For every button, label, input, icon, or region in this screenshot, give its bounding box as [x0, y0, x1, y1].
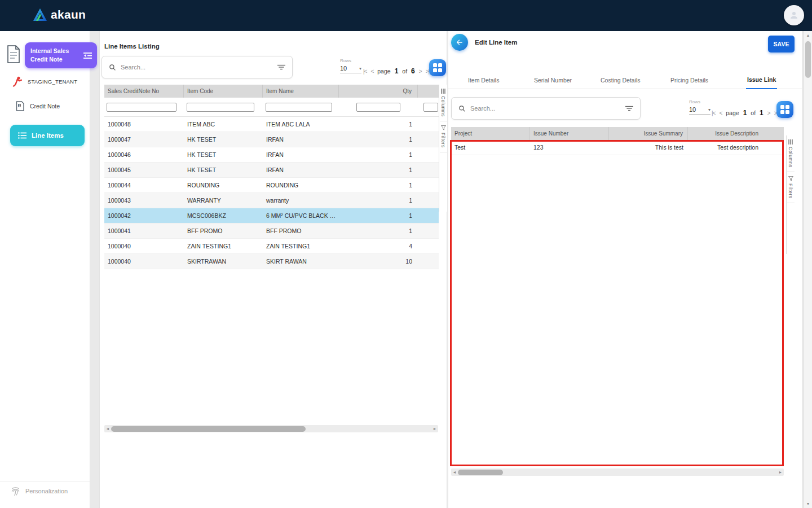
tab-pricing-details[interactable]: Pricing Details: [669, 71, 709, 89]
internal-sales-document-icon: [6, 45, 21, 66]
next-page-button[interactable]: >: [419, 68, 422, 75]
table-row[interactable]: 1000042MCSC006BKZ6 MM² CU/PVC BLACK CABL…: [104, 208, 439, 224]
table-row[interactable]: 1000048ITEM ABCITEM ABC LALA1: [104, 117, 439, 132]
edit-line-item-panel: Edit Line Item SAVE Item Details Serial …: [448, 31, 802, 508]
table-row[interactable]: 1000040SKIRTRAWANSKIRT RAWAN10: [104, 254, 439, 269]
rows-per-page-select[interactable]: 10 ▾: [689, 106, 710, 115]
editor-side-rail: Columns Filters: [786, 135, 795, 254]
editor-horizontal-scrollbar[interactable]: ◄ ►: [451, 468, 784, 476]
sidebar-item-internal-sales-credit-note[interactable]: Internal Sales Credit Note: [25, 42, 97, 68]
filter-list-icon[interactable]: [277, 64, 285, 71]
cell-issue_summary: This is test: [609, 144, 688, 151]
table-row[interactable]: 1000040ZAIN TESTING1ZAIN TESTING14: [104, 239, 439, 254]
scroll-down-icon[interactable]: ▼: [804, 500, 812, 508]
scrollbar-thumb[interactable]: [805, 41, 811, 78]
drag-grip-icon: [441, 89, 445, 94]
table-row[interactable]: 1000046HK TESETIRFAN1: [104, 147, 439, 163]
main-vertical-scrollbar[interactable]: ▲ ▼: [803, 31, 812, 508]
columns-rail-button[interactable]: Columns: [440, 89, 446, 117]
scroll-right-icon[interactable]: ►: [431, 425, 438, 432]
cell-no: 1000041: [104, 227, 184, 234]
first-page-button[interactable]: |<: [712, 110, 715, 116]
table-row[interactable]: 1000044ROUNDINGROUNDING1: [104, 178, 439, 193]
save-button[interactable]: SAVE: [768, 36, 795, 52]
columns-rail-button[interactable]: Columns: [788, 139, 793, 168]
scroll-right-icon[interactable]: ►: [777, 468, 784, 476]
column-filter-input[interactable]: [107, 103, 176, 112]
next-page-button[interactable]: >: [767, 110, 770, 116]
scroll-left-icon[interactable]: ◄: [104, 425, 111, 432]
column-filter-input[interactable]: [187, 103, 254, 112]
table-row[interactable]: 1000043WARRANTYwarranty1: [104, 193, 439, 208]
listing-horizontal-scrollbar[interactable]: ◄ ►: [104, 425, 438, 432]
scroll-left-icon[interactable]: ◄: [451, 468, 458, 476]
issues-table-body: Test123This is testTest description: [451, 140, 784, 155]
rail-divider: [440, 121, 447, 121]
table-row[interactable]: 1000045HK TESETIRFAN1: [104, 163, 439, 178]
listing-filter-row: [104, 98, 439, 117]
cell-code: BFF PROMO: [184, 227, 263, 234]
cell-name: ZAIN TESTING1: [263, 243, 339, 249]
scrollbar-thumb[interactable]: [458, 470, 503, 475]
filter-funnel-icon: [788, 176, 793, 181]
sidebar-item-line-items[interactable]: Line Items: [10, 125, 85, 146]
search-icon: [458, 105, 466, 112]
cell-name: IRFAN: [263, 167, 339, 173]
cell-code: HK TESET: [184, 136, 263, 143]
of-word: of: [402, 68, 407, 75]
editor-title: Edit Line Item: [475, 39, 517, 46]
cell-no: 1000045: [104, 167, 184, 173]
credit-note-label: Credit Note: [30, 103, 60, 110]
sidebar-item-personalization[interactable]: Personalization: [11, 486, 68, 496]
scrollbar-thumb[interactable]: [111, 426, 306, 432]
filters-rail-button[interactable]: Filters: [440, 125, 446, 148]
column-filter-input[interactable]: [266, 103, 332, 112]
table-row[interactable]: 1000041BFF PROMOBFF PROMO1: [104, 224, 439, 239]
editor-search-input[interactable]: [470, 105, 621, 112]
sidebar-item-credit-note[interactable]: $ Credit Note: [16, 101, 60, 111]
cell-issue_description: Test description: [688, 144, 784, 151]
filters-rail-button[interactable]: Filters: [788, 176, 793, 199]
cell-qty: 10: [339, 258, 418, 265]
table-row[interactable]: Test123This is testTest description: [451, 140, 784, 155]
cell-project: Test: [451, 144, 530, 151]
listing-search-input[interactable]: [121, 64, 273, 71]
columns-rail-label: Columns: [788, 147, 793, 168]
editor-rows-per-page: Rows 10 ▾: [689, 99, 712, 115]
fingerprint-icon: [11, 486, 20, 496]
collapse-menu-button[interactable]: [80, 48, 95, 63]
tab-costing-details[interactable]: Costing Details: [599, 71, 642, 89]
sidebar-item-tenant[interactable]: STAGING_TENANT: [12, 76, 77, 87]
rail-divider: [440, 152, 447, 152]
grid-view-button[interactable]: [429, 59, 446, 76]
rail-divider: [787, 172, 795, 172]
annotation-rectangle: [450, 140, 784, 466]
tab-item-details[interactable]: Item Details: [467, 71, 500, 89]
scrollbar-track[interactable]: [111, 425, 431, 432]
cell-code: MCSC006BKZ: [184, 212, 263, 219]
prev-page-button[interactable]: <: [719, 110, 722, 116]
first-page-button[interactable]: |<: [363, 68, 367, 75]
tab-serial-number[interactable]: Serial Number: [533, 71, 573, 89]
scrollbar-track[interactable]: [458, 468, 777, 476]
back-button[interactable]: [451, 34, 468, 51]
internal-sales-line1: Internal Sales: [30, 47, 80, 55]
filter-list-icon[interactable]: [625, 105, 633, 112]
column-header: Sales CreditNote No: [104, 85, 184, 98]
line-items-label: Line Items: [32, 132, 64, 139]
cell-no: 1000047: [104, 136, 184, 143]
tab-issue-link[interactable]: Issue Link: [746, 71, 777, 89]
current-page: 1: [395, 67, 399, 75]
table-row[interactable]: 1000047HK TESETIRFAN1: [104, 132, 439, 147]
grid-view-button[interactable]: [776, 101, 793, 118]
user-avatar-button[interactable]: [784, 5, 804, 25]
column-header: Project: [451, 127, 530, 140]
column-filter-input[interactable]: [423, 103, 438, 112]
rows-per-page-select[interactable]: 10 ▾: [340, 65, 361, 73]
menu-collapse-icon: [83, 52, 92, 59]
scroll-up-icon[interactable]: ▲: [804, 31, 812, 40]
prev-page-button[interactable]: <: [370, 68, 373, 75]
cell-name: BFF PROMO: [263, 227, 339, 234]
app-logo: akaun: [33, 8, 86, 21]
column-filter-input[interactable]: [356, 103, 400, 112]
